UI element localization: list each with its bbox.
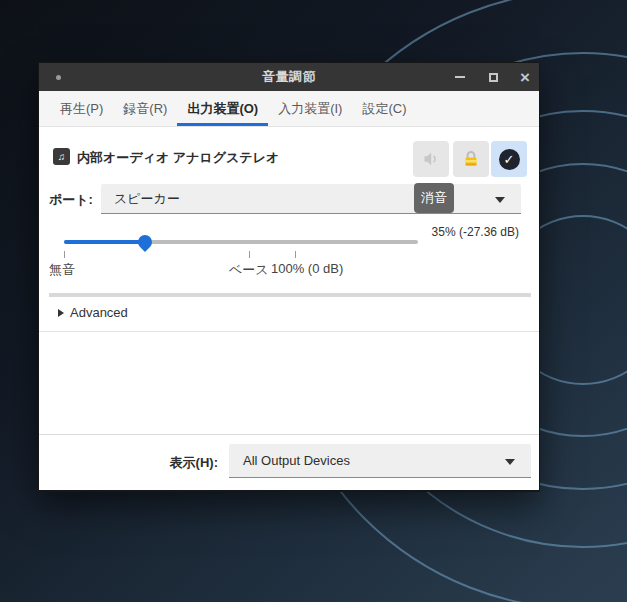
audio-card-icon: ♫ xyxy=(53,148,70,165)
mark-silence-label: 無音 xyxy=(49,261,75,279)
chevron-down-icon xyxy=(505,459,515,465)
maximize-button[interactable] xyxy=(480,63,506,91)
tab-input-devices[interactable]: 入力装置(I) xyxy=(268,91,352,126)
section-separator xyxy=(49,293,531,297)
mark-100-label: 100% (0 dB) xyxy=(271,261,343,276)
fallback-device-button[interactable]: ✓ xyxy=(491,141,527,177)
slider-tick xyxy=(249,251,250,258)
advanced-label: Advanced xyxy=(70,305,128,320)
check-icon: ✓ xyxy=(499,149,520,170)
titlebar[interactable]: 音量調節 × xyxy=(39,63,539,91)
chevron-down-icon xyxy=(495,197,505,203)
tab-configuration[interactable]: 設定(C) xyxy=(352,91,416,126)
show-label: 表示(H): xyxy=(39,454,218,472)
show-filter-value: All Output Devices xyxy=(243,453,350,468)
close-icon: × xyxy=(520,69,530,86)
port-select-value: スピーカー xyxy=(114,190,180,208)
mute-tooltip: 消音 xyxy=(414,183,454,213)
content-separator xyxy=(39,331,539,332)
mute-button[interactable] xyxy=(413,141,449,177)
volume-slider-fill xyxy=(64,240,145,244)
advanced-expander[interactable]: Advanced xyxy=(58,305,128,320)
tab-recording[interactable]: 録音(R) xyxy=(113,91,177,126)
desktop-background: 音量調節 × 再生(P) 録音(R) 出力装置(O) 入力装置(I) 設定(C)… xyxy=(0,0,627,602)
lock-channels-button[interactable] xyxy=(453,141,489,177)
device-name: 内部オーディオ アナログステレオ xyxy=(77,149,279,167)
expander-triangle-icon xyxy=(58,309,64,317)
mark-base-label: ベース xyxy=(229,261,269,279)
volume-slider[interactable] xyxy=(64,240,418,244)
volume-value: 35% (-27.36 dB) xyxy=(432,225,519,239)
slider-tick xyxy=(64,251,65,258)
speaker-muted-icon xyxy=(421,149,441,169)
lock-icon xyxy=(461,149,481,169)
close-button[interactable]: × xyxy=(512,63,538,91)
minimize-button[interactable] xyxy=(447,63,473,91)
show-filter-select[interactable]: All Output Devices xyxy=(229,444,531,478)
volume-slider-handle[interactable] xyxy=(135,232,155,252)
tab-playback[interactable]: 再生(P) xyxy=(50,91,113,126)
maximize-icon xyxy=(489,73,498,82)
slider-tick xyxy=(295,251,296,258)
tab-bar: 再生(P) 録音(R) 出力装置(O) 入力装置(I) 設定(C) xyxy=(39,91,539,127)
footer-separator xyxy=(39,434,539,435)
volume-control-window: 音量調節 × 再生(P) 録音(R) 出力装置(O) 入力装置(I) 設定(C)… xyxy=(38,62,540,492)
tab-output-devices[interactable]: 出力装置(O) xyxy=(177,91,268,126)
minimize-icon xyxy=(455,76,465,78)
port-label: ポート: xyxy=(49,191,93,209)
port-select[interactable]: スピーカー xyxy=(101,184,521,214)
